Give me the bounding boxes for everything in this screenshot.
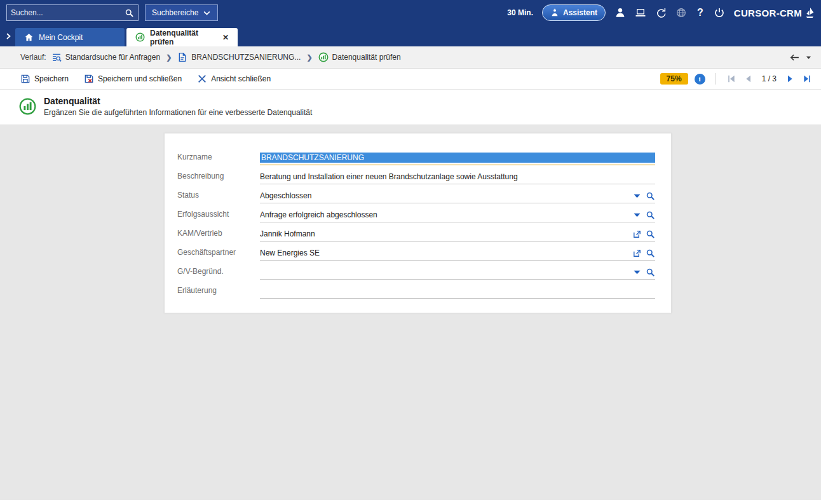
history-dropdown-icon[interactable] <box>805 54 812 61</box>
breadcrumb-item-search[interactable]: Standardsuche für Anfragen <box>51 52 160 62</box>
page-header-text: Datenqualität Ergänzen Sie die aufgeführ… <box>44 96 312 117</box>
form-field-row: Beschreibung Beratung und Installation e… <box>177 165 655 184</box>
footer-strip <box>0 500 821 504</box>
brand-text: CURSOR-CRM <box>734 8 802 18</box>
lookup-search-icon[interactable] <box>646 210 655 220</box>
lookup-search-icon[interactable] <box>646 249 655 258</box>
form-field-row: Status Abgeschlossen <box>177 184 655 203</box>
quality-progress-badge: 75% <box>660 73 688 85</box>
field-value[interactable]: Anfrage erfolgreich abgeschlossen <box>260 210 628 220</box>
sidebar-expand-chevron[interactable] <box>3 28 14 44</box>
user-icon[interactable] <box>614 7 626 18</box>
globe-icon[interactable] <box>675 7 687 18</box>
lookup-search-icon[interactable] <box>646 229 655 239</box>
redo-icon[interactable] <box>655 7 667 18</box>
dropdown-caret-icon[interactable] <box>632 210 642 220</box>
tab-mein-cockpit[interactable]: Mein Cockpit <box>15 28 125 46</box>
field-value[interactable]: Abgeschlossen <box>260 191 628 201</box>
toolbar-divider <box>716 73 716 85</box>
lookup-search-icon[interactable] <box>646 191 655 201</box>
app-window: Suchbereiche 30 Min. Assistent <box>0 0 821 504</box>
global-search[interactable] <box>6 4 139 21</box>
field-value[interactable]: BRANDSCHUTZSANIERUNG <box>260 153 655 163</box>
info-icon[interactable]: i <box>695 74 705 85</box>
field-label: Beschreibung <box>177 172 260 184</box>
first-page-icon[interactable] <box>726 74 736 84</box>
breadcrumb-separator: ❯ <box>166 53 172 62</box>
field-input[interactable]: BRANDSCHUTZSANIERUNG <box>260 152 655 165</box>
laptop-icon[interactable] <box>635 7 646 18</box>
history-back-icon[interactable] <box>789 52 800 63</box>
close-view-label: Ansicht schließen <box>211 74 271 83</box>
breadcrumb-item-record[interactable]: BRANDSCHUTZSANIERUNG... <box>177 52 301 62</box>
field-label: Erläuterung <box>177 286 260 299</box>
page-title: Datenqualität <box>44 96 312 106</box>
form-field-row: Geschäftspartner New Energies SE <box>177 242 655 261</box>
page-indicator: 1 / 3 <box>762 74 777 83</box>
topbar-right-cluster: 30 Min. Assistent ? <box>507 4 815 21</box>
tab-label: Mein Cockpit <box>39 33 83 42</box>
assistant-button[interactable]: Assistent <box>542 4 606 21</box>
breadcrumb-item-quality[interactable]: Datenqualität prüfen <box>318 52 401 62</box>
breadcrumb-label: BRANDSCHUTZSANIERUNG... <box>191 53 301 62</box>
breadcrumb-prefix: Verlauf: <box>20 53 46 62</box>
field-value[interactable]: Beratung und Installation einer neuen Br… <box>260 172 655 182</box>
breadcrumb-separator: ❯ <box>306 53 312 62</box>
breadcrumb-label: Standardsuche für Anfragen <box>65 53 160 62</box>
open-record-icon[interactable] <box>632 249 642 258</box>
save-button[interactable]: Speichern <box>20 74 69 84</box>
field-input[interactable]: Jannik Hofmann <box>260 228 655 242</box>
dropdown-caret-icon[interactable] <box>632 191 642 201</box>
tab-label: Datenqualität prüfen <box>150 29 217 46</box>
help-icon[interactable]: ? <box>696 7 705 18</box>
data-quality-icon <box>318 52 329 62</box>
data-quality-icon <box>19 98 36 115</box>
page-subtitle: Ergänzen Sie die aufgeführten Informatio… <box>44 108 312 117</box>
action-toolbar: Speichern Speichern und schließen Ansich… <box>0 69 821 90</box>
assistant-label: Assistent <box>563 8 597 17</box>
search-icon[interactable] <box>125 8 134 18</box>
search-input[interactable] <box>11 8 125 17</box>
next-page-icon[interactable] <box>785 74 796 84</box>
field-label: Kurzname <box>177 153 260 165</box>
field-input[interactable] <box>260 266 655 280</box>
lookup-search-icon[interactable] <box>646 268 655 277</box>
page-header: Datenqualität Ergänzen Sie die aufgeführ… <box>0 90 821 125</box>
form-fields: Kurzname BRANDSCHUTZSANIERUNG Beschreibu… <box>177 146 655 299</box>
field-value[interactable]: New Energies SE <box>260 248 628 258</box>
dropdown-caret-icon[interactable] <box>632 268 642 277</box>
field-label: G/V-Begründ. <box>177 267 260 280</box>
toolbar-right-cluster: 75% i 1 / 3 <box>660 73 812 85</box>
tab-datenqualitaet-pruefen[interactable]: Datenqualität prüfen ✕ <box>126 28 238 46</box>
breadcrumb-label: Datenqualität prüfen <box>332 53 401 62</box>
field-input[interactable] <box>260 285 655 299</box>
save-and-close-button[interactable]: Speichern und schließen <box>84 74 182 84</box>
form-field-row: G/V-Begründ. <box>177 261 655 280</box>
tab-close-icon[interactable]: ✕ <box>222 33 229 42</box>
form-field-row: Erläuterung <box>177 280 655 299</box>
form-field-row: Kurzname BRANDSCHUTZSANIERUNG <box>177 146 655 165</box>
field-input[interactable]: New Energies SE <box>260 247 655 261</box>
field-value[interactable] <box>260 286 655 296</box>
field-label: Geschäftspartner <box>177 248 260 261</box>
logout-power-icon[interactable] <box>714 7 725 18</box>
search-scope-button[interactable]: Suchbereiche <box>145 4 218 21</box>
session-timer: 30 Min. <box>507 8 533 17</box>
brand-sail-icon <box>804 7 815 18</box>
field-input[interactable]: Anfrage erfolgreich abgeschlossen <box>260 209 655 222</box>
field-value[interactable]: Jannik Hofmann <box>260 229 628 239</box>
save-close-icon <box>84 74 94 84</box>
field-input[interactable]: Beratung und Installation einer neuen Br… <box>260 171 655 184</box>
data-quality-icon <box>135 32 145 42</box>
document-icon <box>177 52 187 62</box>
last-page-icon[interactable] <box>802 74 812 84</box>
field-label: KAM/Vertrieb <box>177 229 260 242</box>
close-view-button[interactable]: Ansicht schließen <box>197 74 271 84</box>
previous-page-icon[interactable] <box>743 74 753 84</box>
save-close-label: Speichern und schließen <box>98 74 182 83</box>
field-input[interactable]: Abgeschlossen <box>260 190 655 203</box>
save-label: Speichern <box>34 74 69 83</box>
open-record-icon[interactable] <box>632 229 642 239</box>
search-scope-label: Suchbereiche <box>152 8 198 17</box>
field-value[interactable] <box>260 267 628 277</box>
